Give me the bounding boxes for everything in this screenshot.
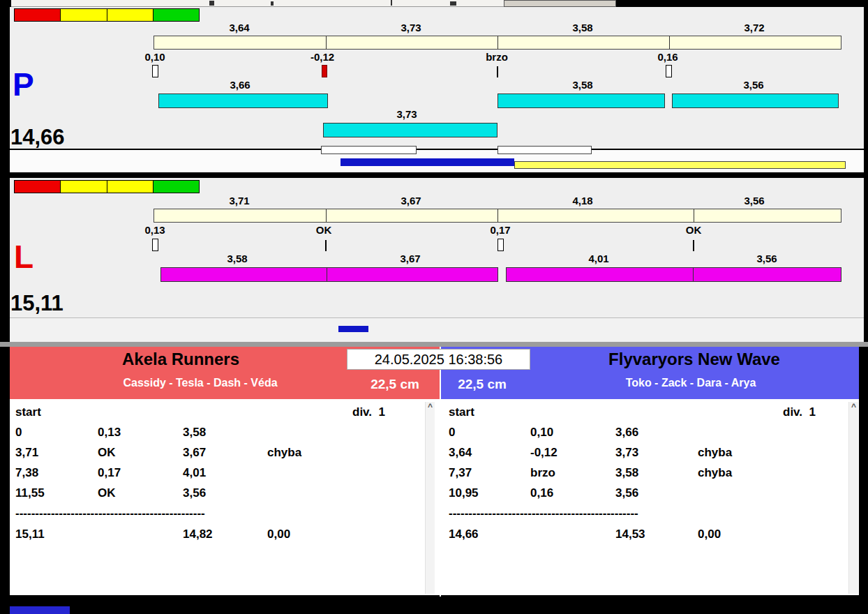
scroll-up-icon[interactable]: ^	[426, 403, 435, 410]
progress-bar-yellow	[514, 161, 846, 169]
total-time-cell: 14,66	[449, 528, 479, 541]
exchange-label: -0,12	[291, 51, 354, 63]
lap-time-label: 3,72	[723, 22, 786, 33]
traffic-yellow-light	[61, 9, 107, 21]
right-table-scrollbar[interactable]: ^	[848, 402, 858, 594]
table-cell: 10,95	[449, 487, 479, 500]
traffic-yellow-light	[61, 181, 107, 193]
ruler-tick	[497, 209, 498, 222]
traffic-light-p	[14, 8, 200, 22]
team-right-name: Flyvaryors New Wave	[530, 350, 858, 369]
table-cell: 7,38	[15, 467, 38, 480]
ruler-tick	[694, 209, 694, 222]
table-cell: 0,16	[530, 487, 553, 500]
table-cell: 3,73	[615, 447, 638, 460]
exchange-label: 0,13	[124, 224, 186, 236]
traffic-red-light	[15, 9, 61, 21]
table-cell: 0	[449, 426, 455, 440]
total-time-cell: 15,11	[15, 528, 45, 541]
team-right-jump-height: 22,5 cm	[450, 377, 514, 392]
dog-time-label: 4,01	[567, 253, 630, 264]
traffic-green-light	[154, 9, 199, 21]
lap-time-label: 3,73	[380, 22, 442, 33]
penalty-cell: 0,00	[267, 528, 290, 541]
net-time-cell: 14,82	[183, 528, 213, 541]
exchange-marker-box	[152, 239, 158, 251]
traffic-light-l	[14, 180, 200, 193]
exchange-label: 0,10	[124, 51, 186, 63]
traffic-green-light	[154, 181, 199, 193]
exchange-marker-box	[497, 239, 504, 251]
lap-time-label: 4,18	[551, 195, 614, 207]
dog-run-bar	[160, 267, 327, 282]
progress-outline-box	[321, 146, 417, 154]
dog-time-label: 3,66	[209, 79, 271, 91]
table-cell: 0	[15, 426, 22, 440]
ruler-tick	[669, 36, 670, 49]
left-table-scrollbar[interactable]: ^	[425, 402, 435, 594]
table-cell: 3,56	[615, 487, 638, 500]
penalty-cell: 0,00	[698, 528, 721, 541]
section-divider	[0, 342, 868, 347]
table-cell: 7,37	[449, 467, 472, 480]
glyph-fragment	[391, 0, 392, 6]
table-separator: ----------------------------------------…	[15, 507, 205, 521]
dog-run-bar	[323, 123, 497, 137]
team-left-jump-height: 22,5 cm	[363, 377, 427, 392]
net-time-cell: 14,53	[615, 528, 645, 541]
ruler-tick	[326, 209, 327, 222]
team-left-result-table	[10, 399, 440, 595]
flyball-timing-window: 3,64 3,73 3,58 3,72 0,10 -0,12 brzo 0,16…	[0, 0, 868, 614]
traffic-red-light	[15, 181, 61, 193]
lane-p-total-time: 14,66	[10, 126, 65, 148]
table-cell: 3,58	[183, 426, 206, 440]
table-cell: -0,12	[530, 447, 558, 460]
background-window-fragment	[11, 0, 504, 7]
team-left-name: Akela Runners	[10, 350, 352, 369]
division-label: div. 1	[783, 406, 816, 419]
exchange-marker-box	[666, 65, 672, 77]
dog-time-label: 3,58	[551, 79, 614, 91]
dog-time-label: 3,56	[735, 253, 798, 264]
dog-run-bar	[158, 93, 328, 108]
lane-l-letter: L	[14, 241, 33, 273]
lane-l-total-time: 15,11	[10, 292, 63, 314]
lap-time-label: 3,71	[208, 195, 271, 207]
datetime-display: 24.05.2025 16:38:56	[347, 349, 530, 370]
dog-run-bar	[327, 267, 498, 282]
exchange-label: 0,16	[636, 51, 699, 63]
table-cell: 4,01	[183, 467, 206, 480]
exchange-label: OK	[662, 224, 725, 236]
table-cell: 11,55	[15, 487, 45, 500]
traffic-yellow-light	[107, 181, 154, 193]
dog-time-label: 3,58	[206, 253, 269, 264]
exchange-label: OK	[292, 224, 355, 236]
table-cell: 3,58	[615, 467, 638, 480]
progress-bar-blue	[338, 326, 368, 332]
lap-time-label: 3,67	[380, 195, 442, 207]
lap-time-label: 3,64	[208, 22, 271, 33]
table-cell: chyba	[267, 447, 301, 460]
table-separator: ----------------------------------------…	[449, 507, 638, 521]
table-cell: chyba	[698, 467, 732, 480]
lap-time-label: 3,56	[723, 195, 786, 207]
dog-run-bar	[672, 93, 839, 108]
exchange-marker-tick	[497, 66, 498, 77]
scroll-up-icon[interactable]: ^	[849, 403, 858, 410]
glyph-fragment	[209, 1, 214, 6]
glyph-fragment	[450, 1, 456, 6]
panel-gap	[440, 347, 441, 597]
lap-time-label: 3,58	[551, 22, 614, 33]
glyph-fragment	[271, 1, 274, 6]
exchange-label: 0,17	[469, 224, 532, 236]
exchange-marker-box	[152, 65, 158, 77]
lane-p-letter: P	[13, 68, 34, 100]
table-cell: 0,17	[98, 467, 121, 480]
split-ruler-l	[154, 209, 841, 223]
table-cell: chyba	[698, 447, 732, 460]
traffic-yellow-light	[107, 9, 154, 21]
table-cell: 0,10	[530, 426, 553, 440]
exchange-label: brzo	[465, 51, 528, 63]
table-cell: 0,13	[98, 426, 121, 440]
separator-line	[10, 149, 864, 150]
